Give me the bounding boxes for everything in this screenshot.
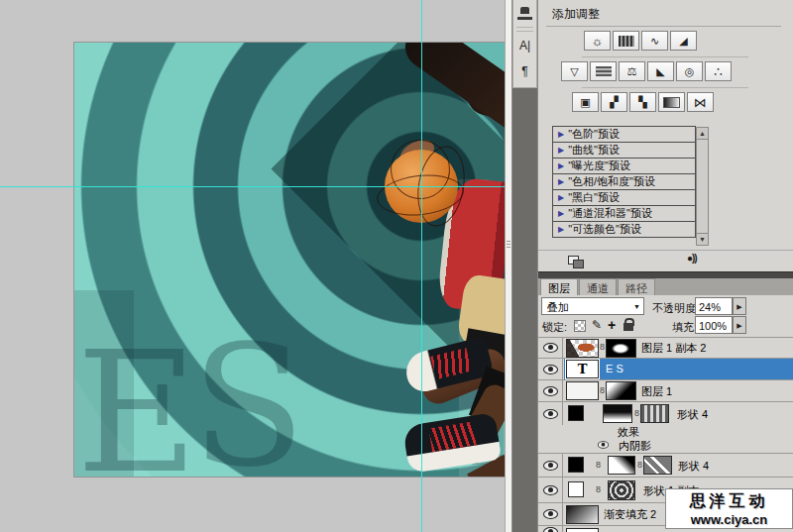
- channel-mixer-button[interactable]: ∴: [705, 61, 732, 81]
- posterize-button[interactable]: ▞: [601, 92, 627, 112]
- layer-row-shape4-bottom[interactable]: 8 8 形状 4: [538, 453, 793, 477]
- link-mask-icon: 8: [637, 460, 642, 470]
- dock-separator: [516, 27, 533, 32]
- photoshop-window: E S E A|: [0, 0, 793, 532]
- photo-filter-button[interactable]: ◎: [676, 61, 703, 81]
- hue-saturation-button[interactable]: [590, 61, 617, 81]
- tab-paths[interactable]: 路径: [618, 278, 655, 295]
- tab-layers[interactable]: 图层: [540, 278, 578, 295]
- lock-all-icon[interactable]: [623, 323, 633, 331]
- scrollbar-grip[interactable]: [507, 241, 510, 250]
- gradient-map-button[interactable]: [658, 92, 685, 112]
- paragraph-panel-button[interactable]: ¶: [513, 58, 536, 84]
- color-balance-button[interactable]: ⚖: [619, 61, 645, 81]
- scroll-down-icon[interactable]: ▼: [697, 233, 708, 245]
- layer-name[interactable]: 形状 4: [678, 459, 709, 474]
- tab-channels[interactable]: 通道: [579, 278, 617, 295]
- opacity-spinner[interactable]: ▶: [733, 297, 746, 315]
- adjustment-icon-row-1: ☼ ∿ ◢: [584, 31, 697, 51]
- lock-transparency-icon[interactable]: [574, 320, 586, 332]
- selective-color-button[interactable]: ⋈: [687, 92, 714, 112]
- expand-arrow-icon[interactable]: ▶: [558, 193, 564, 202]
- vertical-guide[interactable]: [421, 0, 422, 532]
- layer-name[interactable]: 渐变填充 2: [604, 507, 656, 522]
- effect-eye-icon[interactable]: [598, 441, 609, 449]
- visibility-eye-icon[interactable]: [543, 509, 558, 519]
- shape-color-swatch[interactable]: [568, 457, 584, 473]
- expand-arrow-icon[interactable]: ▶: [558, 130, 564, 139]
- expand-arrow-icon[interactable]: ▶: [558, 225, 564, 234]
- fill-input[interactable]: 100%: [695, 316, 733, 334]
- threshold-button[interactable]: ▚: [629, 92, 656, 112]
- preset-label: "曝光度"预设: [568, 159, 630, 173]
- document-canvas[interactable]: E S E: [74, 43, 505, 477]
- lock-pixels-brush-icon[interactable]: ✎: [592, 318, 602, 332]
- expand-arrow-icon[interactable]: ▶: [558, 161, 564, 170]
- expanded-view-icon[interactable]: [568, 256, 579, 265]
- brightness-contrast-button[interactable]: ☼: [584, 31, 611, 51]
- inner-shadow-row[interactable]: 内阴影: [538, 438, 793, 453]
- visibility-eye-icon[interactable]: [543, 461, 558, 471]
- preset-selective-color[interactable]: ▶"可选颜色"预设: [552, 221, 696, 238]
- invert-button[interactable]: ▣: [572, 92, 599, 112]
- exposure-button[interactable]: ◢: [670, 31, 697, 51]
- visibility-eye-icon[interactable]: [543, 527, 558, 532]
- preset-levels[interactable]: ▶"色阶"预设: [552, 126, 696, 143]
- layer-name[interactable]: 形状 4: [677, 407, 708, 422]
- visibility-eye-icon[interactable]: [543, 365, 558, 374]
- clip-to-layer-icon[interactable]: ●)): [687, 253, 697, 264]
- vector-mask-thumbnail[interactable]: [643, 456, 672, 475]
- layer-name[interactable]: 图层 1 副本 2: [641, 341, 706, 356]
- vector-mask-thumbnail[interactable]: [640, 404, 669, 423]
- expand-arrow-icon[interactable]: ▶: [558, 146, 564, 155]
- visibility-eye-icon[interactable]: [543, 386, 558, 396]
- clone-source-panel-button[interactable]: [513, 0, 536, 26]
- layer-mask-thumbnail[interactable]: [606, 381, 636, 400]
- lock-position-move-icon[interactable]: +: [608, 317, 616, 333]
- layer-thumbnail[interactable]: [566, 381, 599, 400]
- blend-mode-select[interactable]: 叠加 ▼: [541, 297, 644, 315]
- layer-name[interactable]: 图层 1: [641, 384, 672, 399]
- character-panel-button[interactable]: A|: [513, 33, 536, 58]
- shape-color-swatch[interactable]: [568, 481, 584, 497]
- layer-thumbnail[interactable]: [566, 528, 599, 532]
- curves-button[interactable]: ∿: [641, 31, 668, 51]
- fill-spinner[interactable]: ▶: [733, 316, 746, 334]
- layer-row-es-selected[interactable]: T E S: [538, 358, 793, 379]
- layer-row-copy2[interactable]: 8 图层 1 副本 2: [538, 337, 793, 358]
- scroll-up-icon[interactable]: ▲: [697, 128, 708, 140]
- black-white-button[interactable]: ◣: [647, 61, 674, 81]
- visibility-eye-icon[interactable]: [543, 409, 558, 419]
- levels-button[interactable]: [613, 31, 639, 51]
- opacity-input[interactable]: 24%: [695, 297, 733, 315]
- selective-color-icon: ⋈: [694, 95, 707, 110]
- visibility-eye-icon[interactable]: [543, 343, 558, 353]
- layer-name[interactable]: E S: [606, 363, 623, 374]
- preset-black-white[interactable]: ▶"黑白"预设: [552, 189, 696, 206]
- shape-color-swatch[interactable]: [568, 405, 584, 421]
- preset-exposure[interactable]: ▶"曝光度"预设: [552, 158, 696, 174]
- layer-mask-thumbnail[interactable]: [606, 339, 636, 358]
- layer-row-shape4-top[interactable]: 8 形状 4: [538, 401, 793, 425]
- preset-scrollbar[interactable]: ▲ ▼: [696, 127, 709, 246]
- vibrance-button[interactable]: ▽: [561, 61, 588, 81]
- layer-thumbnail[interactable]: [566, 505, 599, 524]
- expand-arrow-icon[interactable]: ▶: [558, 209, 564, 218]
- preset-curves[interactable]: ▶"曲线"预设: [552, 142, 696, 159]
- link-mask-icon: 8: [596, 484, 601, 494]
- expand-arrow-icon[interactable]: ▶: [558, 177, 564, 186]
- text-layer-thumbnail[interactable]: T: [566, 360, 599, 378]
- preset-hue-saturation[interactable]: ▶"色相/饱和度"预设: [552, 173, 696, 190]
- horizontal-guide[interactable]: [0, 186, 505, 187]
- layer-mask-thumbnail[interactable]: [608, 456, 635, 475]
- layer-mask-thumbnail[interactable]: [603, 404, 632, 423]
- layer-mask-thumbnail[interactable]: [608, 480, 635, 500]
- layer-thumbnail[interactable]: [566, 339, 599, 358]
- document-scrollbar[interactable]: [505, 0, 512, 532]
- clone-source-icon: [517, 7, 532, 20]
- threshold-icon: ▚: [638, 96, 646, 109]
- effects-row[interactable]: 效果: [538, 425, 793, 438]
- preset-channel-mixer[interactable]: ▶"通道混和器"预设: [552, 205, 696, 222]
- visibility-eye-icon[interactable]: [543, 485, 558, 495]
- layer-row-layer1[interactable]: 8 图层 1: [538, 379, 793, 401]
